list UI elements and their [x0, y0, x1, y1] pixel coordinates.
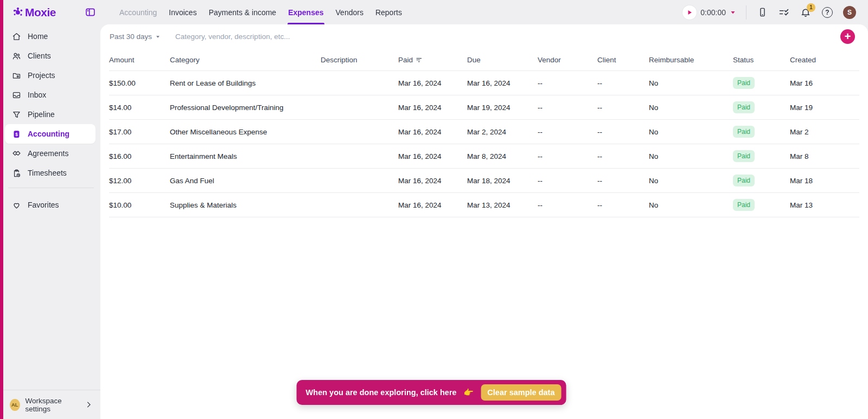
sidebar-item-projects[interactable]: Projects — [5, 66, 95, 85]
topbar-actions: 0:00:00 1 ? S — [682, 5, 868, 20]
heart-icon — [12, 201, 21, 210]
status-badge: Paid — [733, 77, 755, 89]
table-row[interactable]: $16.00Entertainment MealsMar 16, 2024Mar… — [109, 144, 859, 169]
sidebar-item-inbox[interactable]: Inbox — [5, 85, 95, 105]
table-row[interactable]: $10.00Supplies & MaterialsMar 16, 2024Ma… — [109, 193, 859, 217]
cell-paid: Mar 16, 2024 — [398, 79, 467, 87]
help-icon[interactable]: ? — [821, 7, 833, 18]
cell-created: Mar 16 — [790, 79, 859, 87]
cell-vendor: -- — [538, 177, 597, 185]
sidebar-item-pipeline[interactable]: Pipeline — [5, 105, 95, 124]
table-row[interactable]: $150.00Rent or Lease of BuildingsMar 16,… — [109, 71, 859, 95]
cell-category: Entertainment Meals — [170, 152, 321, 160]
add-expense-button[interactable]: + — [840, 29, 855, 44]
notifications-bell-icon[interactable]: 1 — [800, 7, 812, 18]
status-badge: Paid — [733, 175, 755, 186]
column-header-vendor[interactable]: Vendor — [538, 56, 597, 64]
cell-paid: Mar 16, 2024 — [398, 104, 467, 112]
tab-vendors[interactable]: Vendors — [330, 0, 369, 24]
sidebar-item-label: Accounting — [28, 130, 69, 138]
column-header-description[interactable]: Description — [321, 56, 398, 64]
clients-icon — [12, 51, 21, 61]
moxie-logo[interactable]: Moxie — [12, 6, 56, 19]
sidebar-item-timesheets[interactable]: Timesheets — [5, 163, 95, 183]
sidebar-item-favorites[interactable]: Favorites — [5, 195, 95, 215]
search-input[interactable] — [175, 33, 830, 41]
tab-accounting[interactable]: Accounting — [113, 0, 163, 24]
column-header-amount[interactable]: Amount — [109, 56, 170, 64]
tab-reports[interactable]: Reports — [369, 0, 408, 24]
table-row[interactable]: $14.00Professional Development/TrainingM… — [109, 95, 859, 120]
sidebar-item-label: Clients — [28, 51, 51, 60]
brand-accent-stripe — [0, 0, 3, 419]
cell-due: Mar 18, 2024 — [467, 177, 538, 185]
sidebar-item-label: Timesheets — [28, 169, 67, 177]
filter-bar: Past 30 days + — [100, 24, 868, 49]
sidebar-item-label: Inbox — [28, 91, 46, 99]
cell-amount: $14.00 — [109, 104, 170, 112]
tab-expenses[interactable]: Expenses — [282, 0, 329, 24]
agreements-icon — [12, 149, 21, 158]
moxie-splat-icon — [12, 7, 24, 18]
pointing-right-emoji: 👉 — [464, 388, 474, 397]
brand-name: Moxie — [25, 6, 56, 19]
cell-created: Mar 18 — [790, 177, 859, 185]
clear-sample-data-button[interactable]: Clear sample data — [481, 384, 561, 401]
cell-client: -- — [597, 201, 649, 209]
column-header-status[interactable]: Status — [733, 56, 790, 64]
column-header-paid[interactable]: Paid — [398, 56, 467, 64]
status-badge: Paid — [733, 199, 755, 211]
timer-play-button[interactable] — [682, 5, 697, 20]
sidebar-item-label: Pipeline — [28, 110, 55, 119]
cell-due: Mar 8, 2024 — [467, 152, 538, 160]
column-header-due[interactable]: Due — [467, 56, 538, 64]
column-header-category[interactable]: Category — [170, 56, 321, 64]
cell-amount: $17.00 — [109, 128, 170, 136]
banner-message: When you are done exploring, click here — [306, 388, 457, 397]
caret-down-icon — [155, 34, 161, 40]
tab-invoices[interactable]: Invoices — [163, 0, 202, 24]
expenses-table: AmountCategoryDescriptionPaidDueVendorCl… — [100, 49, 868, 217]
cell-category: Professional Development/Training — [170, 104, 321, 112]
workspace-settings-button[interactable]: AL Workspace settings — [3, 390, 100, 419]
sidebar-item-clients[interactable]: Clients — [5, 46, 95, 66]
cell-amount: $12.00 — [109, 177, 170, 185]
cell-client: -- — [597, 128, 649, 136]
cell-created: Mar 13 — [790, 201, 859, 209]
sidebar-item-label: Home — [28, 32, 48, 41]
sidebar-toggle-icon[interactable] — [84, 7, 96, 18]
date-range-value: Past 30 days — [110, 33, 152, 41]
timer-value: 0:00:00 — [700, 8, 726, 17]
sidebar-item-accounting[interactable]: $Accounting — [5, 124, 95, 144]
date-range-dropdown[interactable]: Past 30 days — [110, 33, 161, 41]
sidebar-item-home[interactable]: Home — [5, 27, 95, 46]
timer-widget: 0:00:00 — [682, 5, 736, 20]
timer-dropdown-caret-icon[interactable] — [730, 9, 736, 16]
column-header-client[interactable]: Client — [597, 56, 649, 64]
table-row[interactable]: $17.00Other Miscellaneous ExpenseMar 16,… — [109, 120, 859, 144]
status-badge: Paid — [733, 150, 755, 162]
tab-payments-income[interactable]: Payments & income — [203, 0, 283, 24]
cell-amount: $16.00 — [109, 152, 170, 160]
cell-status: Paid — [733, 199, 790, 211]
cell-reimbursable: No — [649, 177, 733, 185]
sidebar-item-agreements[interactable]: Agreements — [5, 144, 95, 163]
task-checklist-icon[interactable] — [778, 7, 790, 18]
table-header-row: AmountCategoryDescriptionPaidDueVendorCl… — [109, 49, 859, 71]
cell-paid: Mar 16, 2024 — [398, 128, 467, 136]
cell-status: Paid — [733, 77, 790, 89]
user-avatar[interactable]: S — [843, 6, 856, 19]
inbox-icon — [12, 91, 21, 100]
column-header-reimbursable[interactable]: Reimbursable — [649, 56, 733, 64]
table-row[interactable]: $12.00Gas And FuelMar 16, 2024Mar 18, 20… — [109, 169, 859, 193]
workspace-settings-label: Workspace settings — [25, 397, 79, 413]
status-badge: Paid — [733, 101, 755, 113]
pipeline-icon — [12, 110, 21, 119]
mobile-device-icon[interactable] — [756, 7, 768, 18]
cell-vendor: -- — [538, 128, 597, 136]
column-header-created[interactable]: Created — [790, 56, 859, 64]
sample-data-banner: When you are done exploring, click here … — [297, 380, 566, 405]
status-badge: Paid — [733, 126, 755, 138]
cell-vendor: -- — [538, 201, 597, 209]
cell-due: Mar 19, 2024 — [467, 104, 538, 112]
